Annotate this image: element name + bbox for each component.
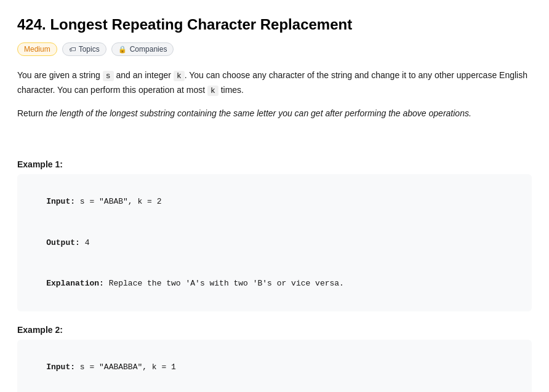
problem-title: 424. Longest Repeating Character Replace… [17,15,532,34]
example-2-block: Example 2: Input: s = "AABABBA", k = 1 O… [17,325,532,392]
badge-companies-label: Companies [130,45,167,54]
example-1-explanation-value: Replace the two 'A's with two 'B's or vi… [109,279,344,288]
example-1-input-value: s = "ABAB", k = 2 [80,197,162,206]
example-1-block: Example 1: Input: s = "ABAB", k = 2 Outp… [17,159,532,311]
example-1-input-label: Input: [46,197,75,206]
example-1-input-val [75,197,80,206]
badge-topics-label: Topics [79,45,100,54]
example-2-title: Example 2: [17,325,532,335]
example-1-code: Input: s = "ABAB", k = 2 Output: 4 Expla… [17,174,532,311]
badges-row: Medium 🏷 Topics 🔒 Companies [17,42,532,56]
example-1-output-label: Output: [46,238,80,247]
code-k: k [174,71,185,81]
description-paragraph-1: You are given a string s and an integer … [17,68,532,98]
example-1-title: Example 1: [17,159,532,169]
lock-icon: 🔒 [118,46,127,54]
example-1-output-value: 4 [85,238,90,247]
badge-companies[interactable]: 🔒 Companies [111,42,174,56]
example-2-input-space [75,362,80,372]
spacer-2 [17,145,532,159]
italic-return-text: the length of the longest substring cont… [46,108,471,118]
example-2-input-label: Input: [46,362,75,372]
example-2-code: Input: s = "AABABBA", k = 1 Output: 4 Ex… [17,340,532,392]
example-2-input-value: s = "AABABBA", k = 1 [80,362,176,372]
tag-icon: 🏷 [69,46,76,53]
code-k-2: k [207,86,218,96]
example-1-output-val [80,238,85,247]
badge-topics[interactable]: 🏷 Topics [62,42,106,56]
badge-medium[interactable]: Medium [17,42,57,56]
spacer-1 [17,130,532,145]
badge-medium-label: Medium [24,45,50,54]
description-paragraph-2: Return the length of the longest substri… [17,106,532,121]
code-s: s [103,71,114,81]
example-1-explanation-label: Explanation: [46,279,104,288]
example-1-explanation-val [104,279,109,288]
